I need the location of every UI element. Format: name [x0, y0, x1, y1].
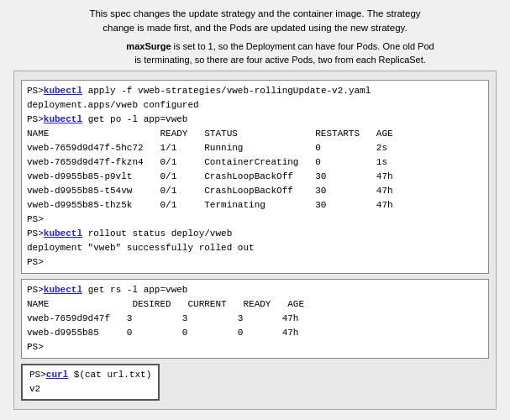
top-annotation-line2: change is made first, and the Pods are u…	[103, 23, 407, 33]
bottom-right-annotation: The new Pod spec is the same as the orig…	[192, 417, 497, 420]
pod-row-2: vweb-7659d9d47f-fkzn4 0/1 ContainerCreat…	[27, 155, 483, 170]
ps-empty-1: PS>	[27, 213, 483, 227]
cmd-line-rollout: PS>kubectl rollout status deploy/vweb	[27, 227, 483, 241]
terminal-block-3: PS>curl $(cat url.txt) v2	[21, 364, 160, 401]
rs-row-2: vweb-d9955b85 0 0 0 47h	[27, 326, 483, 340]
rollout-output: deployment "vweb" successfully rolled ou…	[27, 241, 483, 255]
maxsurge-annotation: maxSurge is set to 1, so the Deployment …	[10, 39, 500, 67]
page-container: This spec changes the update strategy an…	[0, 0, 510, 420]
rs-row-1: vweb-7659d9d47f 3 3 3 47h	[27, 312, 483, 326]
output-configured: deployment.apps/vweb configured	[27, 98, 483, 113]
terminal-block-3-wrapper: PS>curl $(cat url.txt) v2	[21, 364, 489, 401]
cmd-line-get-po: PS>kubectl get po -l app=vweb	[27, 113, 483, 127]
ps-empty-2: PS>	[27, 255, 483, 270]
pod-row-4: vweb-d9955b85-t54vw 0/1 CrashLoopBackOff…	[27, 184, 483, 198]
ps-empty-3: PS>	[27, 340, 483, 354]
bottom-annotations: The Pods are working correctly, so the a…	[10, 417, 500, 420]
top-annotation-line1: This spec changes the update strategy an…	[89, 8, 420, 18]
pod-row-5: vweb-d9955b85-thz5k 0/1 Terminating 30 4…	[27, 198, 483, 213]
maxsurge-text2: is terminating, so there are four active…	[134, 55, 426, 65]
terminal-block-2: PS>kubectl get rs -l app=vweb NAME DESIR…	[21, 279, 489, 359]
table-header-pods: NAME READY STATUS RESTARTS AGE	[27, 127, 483, 141]
curl-output: v2	[29, 382, 151, 396]
table-header-rs: NAME DESIRED CURRENT READY AGE	[27, 297, 483, 312]
maxsurge-label: maxSurge	[126, 41, 171, 51]
bottom-left-annotation: The Pods are working correctly, so the a…	[13, 417, 183, 420]
maxsurge-text: is set to 1, so the Deployment can have …	[171, 41, 434, 51]
main-terminal-section: PS>kubectl apply -f vweb-strategies/vweb…	[13, 71, 497, 411]
cmd-line-curl: PS>curl $(cat url.txt)	[29, 368, 151, 382]
pod-row-3: vweb-d9955b85-p9vlt 0/1 CrashLoopBackOff…	[27, 170, 483, 184]
cmd-line-apply: PS>kubectl apply -f vweb-strategies/vweb…	[27, 84, 483, 98]
top-annotation: This spec changes the update strategy an…	[10, 7, 500, 36]
terminal-block-1: PS>kubectl apply -f vweb-strategies/vweb…	[21, 80, 489, 275]
cmd-line-get-rs: PS>kubectl get rs -l app=vweb	[27, 283, 483, 297]
pod-row-1: vweb-7659d9d47f-5hc72 1/1 Running 0 2s	[27, 141, 483, 155]
